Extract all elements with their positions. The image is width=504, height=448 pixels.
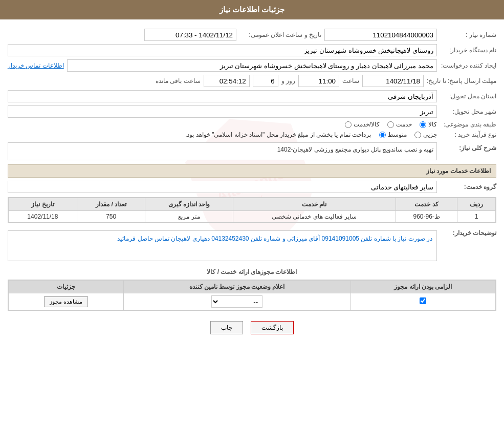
- perm-details-cell: مشاهده مجوز: [9, 293, 124, 310]
- perm-col-required: الزامی بودن ارائه مجوز: [350, 281, 495, 293]
- announcement-datetime-input[interactable]: [144, 29, 236, 41]
- permissions-section-title: اطلاعات مجوزهای ارائه خدمت / کالا: [8, 268, 496, 275]
- contact-link[interactable]: اطلاعات تماس خریدار: [8, 62, 64, 69]
- cell-row: 1: [457, 211, 496, 223]
- perm-status-select[interactable]: --: [211, 295, 262, 308]
- category-goods-service[interactable]: کالا/خدمت: [345, 121, 380, 128]
- province-input: [8, 90, 437, 102]
- services-section-title: اطلاعات خدمات مورد نیاز: [8, 164, 496, 178]
- creator-input: [67, 59, 437, 72]
- purchase-type-note: پرداخت تمام یا بخشی از مبلغ خریدار مجل "…: [185, 131, 371, 138]
- purchase-type-label: نوع فرآیند خرید :: [440, 131, 496, 138]
- back-button[interactable]: بازگشت: [251, 321, 294, 334]
- purchase-type-partial-radio[interactable]: [414, 132, 421, 138]
- purchase-type-partial[interactable]: جزیی: [414, 131, 437, 138]
- print-button[interactable]: چاپ: [210, 321, 243, 334]
- services-table-container: ردیف کد خدمت نام خدمت واحد اندازه گیری ت…: [8, 197, 496, 223]
- remaining-time-input: [204, 75, 250, 87]
- buyer-notes-label: توضیحات خریدار:: [440, 227, 496, 237]
- creator-label: ایجاد کننده درخواست:: [440, 62, 496, 69]
- category-goods-service-radio[interactable]: [345, 121, 352, 128]
- need-number-label: شماره نیاز :: [440, 31, 496, 38]
- perm-status-cell: --: [123, 293, 350, 310]
- service-group-label: گروه خدمت:: [440, 183, 496, 190]
- province-label: استان محل تحویل:: [440, 93, 496, 100]
- perm-required-cell: [350, 293, 495, 310]
- purchase-type-medium-radio[interactable]: [379, 132, 386, 138]
- perm-table-row: -- مشاهده مجوز: [9, 293, 496, 310]
- col-quantity: تعداد / مقدار: [77, 198, 145, 211]
- permissions-table-container: الزامی بودن ارائه مجوز اعلام وضعیت مجوز …: [8, 280, 496, 311]
- services-table: ردیف کد خدمت نام خدمت واحد اندازه گیری ت…: [8, 198, 496, 223]
- deadline-label: مهلت ارسال پاسخ: تا تاریخ:: [427, 77, 496, 84]
- buyer-org-input: [8, 44, 437, 56]
- perm-required-checkbox[interactable]: [420, 297, 426, 304]
- deadline-days-input: [253, 75, 278, 87]
- category-goods-radio[interactable]: [420, 121, 426, 128]
- page-title: جزئیات اطلاعات نیاز: [0, 0, 504, 19]
- purchase-type-medium[interactable]: متوسط: [379, 131, 407, 138]
- announcement-label: تاریخ و ساعت اعلان عمومی:: [239, 31, 321, 38]
- category-label: طبقه بندی موضوعی:: [440, 121, 496, 128]
- view-permit-button[interactable]: مشاهده مجوز: [44, 296, 88, 307]
- category-service-radio[interactable]: [387, 121, 394, 128]
- col-service-code: کد خدمت: [396, 198, 457, 211]
- table-row: 1 ط-96-960 سایر فعالیت های خدماتی شخصی م…: [9, 211, 496, 223]
- category-service[interactable]: خدمت: [387, 121, 412, 128]
- need-summary-label: شرح کلی نیاز:: [440, 142, 496, 152]
- deadline-time-label: ساعت: [342, 77, 359, 84]
- city-input: [8, 105, 437, 118]
- deadline-time-input: [298, 75, 339, 87]
- perm-col-status: اعلام وضعیت مجوز توسط نامین کننده: [123, 281, 350, 293]
- footer-buttons: بازگشت چاپ: [8, 321, 496, 334]
- cell-quantity: 750: [77, 211, 145, 223]
- deadline-days-label: روز و: [281, 77, 295, 84]
- need-summary-value: تهیه و نصب ساندویچ پانل دیواری مجتمع ورز…: [8, 142, 437, 160]
- cell-date: 1402/11/18: [9, 211, 77, 223]
- col-service-name: نام خدمت: [233, 198, 396, 211]
- cell-service-name: سایر فعالیت های خدماتی شخصی: [233, 211, 396, 223]
- cell-unit: متر مربع: [145, 211, 233, 223]
- category-goods[interactable]: کالا: [420, 121, 437, 128]
- cell-service-code: ط-96-960: [396, 211, 457, 223]
- perm-col-details: جزئیات: [9, 281, 124, 293]
- col-row: ردیف: [457, 198, 496, 211]
- need-number-input[interactable]: [324, 29, 437, 41]
- service-group-input: [8, 181, 437, 193]
- col-date: تاریخ نیاز: [9, 198, 77, 211]
- deadline-date-input: [362, 75, 424, 87]
- permissions-table: الزامی بودن ارائه مجوز اعلام وضعیت مجوز …: [8, 280, 496, 310]
- remaining-time-label: ساعت باقی مانده: [156, 77, 201, 84]
- buyer-notes-value: در صورت نیاز با شماره تلفن 09141091005 آ…: [8, 230, 437, 261]
- col-unit: واحد اندازه گیری: [145, 198, 233, 211]
- city-label: شهر محل تحویل:: [440, 108, 496, 115]
- buyer-org-label: نام دستگاه خریدار:: [440, 47, 496, 54]
